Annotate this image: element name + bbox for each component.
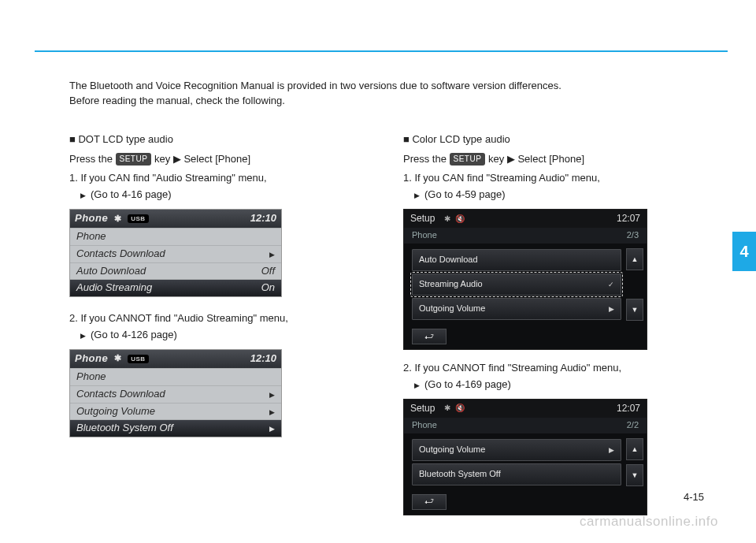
left-step2: 2. If you CANNOT find "Audio Streaming" … bbox=[69, 311, 350, 326]
right-step1: 1. If you CAN find "Streaming Audio" men… bbox=[403, 171, 684, 186]
section-name: Phone bbox=[412, 229, 437, 242]
right-press-line: Press the SETUP key ▶ Select [Phone] bbox=[403, 152, 684, 167]
bluetooth-icon: ✱ bbox=[444, 403, 450, 415]
clock: 12:07 bbox=[617, 402, 640, 415]
scroll-up-button[interactable]: ▲ bbox=[626, 438, 643, 460]
dot-lcd-title: Phone bbox=[75, 211, 108, 226]
left-goto1: (Go to 4-16 page) bbox=[69, 188, 350, 203]
section-side-label: Multimedia System bbox=[753, 192, 756, 276]
header-rule bbox=[35, 50, 728, 52]
left-heading: ■ DOT LCD type audio bbox=[69, 132, 350, 147]
mute-icon: 🔇 bbox=[455, 214, 465, 225]
menu-label: Bluetooth System Off bbox=[76, 421, 173, 436]
page-number: 4-15 bbox=[684, 490, 704, 505]
dot-lcd-1: Phone ✱ USB 12:10 Phone Contacts Downloa… bbox=[69, 209, 282, 297]
menu-row[interactable]: Auto DownloadOff bbox=[70, 262, 281, 280]
menu-row[interactable]: Contacts Download bbox=[70, 245, 281, 262]
menu-list: Outgoing Volume▶ Bluetooth System Off bbox=[404, 433, 626, 491]
submenu-arrow-icon bbox=[269, 404, 275, 419]
back-button[interactable]: ⮐ bbox=[412, 329, 447, 344]
back-button[interactable]: ⮐ bbox=[412, 494, 447, 510]
color-lcd-2: Setup ✱ 🔇 12:07 Phone 2/2 Outgoing Volum… bbox=[403, 399, 647, 515]
left-goto2: (Go to 4-126 page) bbox=[69, 328, 350, 343]
intro-text: The Bluetooth and Voice Recognition Manu… bbox=[69, 79, 684, 109]
menu-row-selected[interactable]: Audio StreamingOn bbox=[70, 279, 281, 296]
clock: 12:10 bbox=[250, 351, 276, 366]
submenu-arrow-icon: ▶ bbox=[609, 445, 614, 456]
press-prefix: Press the bbox=[69, 153, 116, 165]
press-prefix: Press the bbox=[403, 153, 450, 165]
submenu-arrow-icon bbox=[269, 387, 275, 402]
right-goto2: (Go to 4-169 page) bbox=[403, 377, 684, 392]
menu-label: Streaming Audio bbox=[419, 278, 483, 291]
menu-label: Auto Download bbox=[419, 254, 478, 266]
menu-label: Outgoing Volume bbox=[76, 404, 155, 419]
submenu-arrow-icon bbox=[269, 247, 275, 262]
color-lcd-header: Setup ✱ 🔇 12:07 bbox=[404, 210, 647, 228]
press-suffix: key ▶ Select [Phone] bbox=[151, 153, 250, 165]
color-lcd-section: Phone 2/3 bbox=[404, 228, 647, 244]
scroll-buttons: ▲ ▼ bbox=[626, 244, 647, 325]
dot-lcd-header: Phone ✱ USB 12:10 bbox=[70, 210, 281, 228]
menu-label: Outgoing Volume bbox=[419, 303, 485, 315]
menu-row[interactable]: Contacts Download bbox=[70, 385, 281, 403]
menu-row[interactable]: Phone bbox=[70, 228, 281, 245]
menu-label: Contacts Download bbox=[76, 387, 165, 402]
menu-label: Phone bbox=[76, 370, 106, 385]
watermark: carmanualsonline.info bbox=[580, 512, 718, 532]
bluetooth-icon: ✱ bbox=[114, 213, 121, 225]
bluetooth-icon: ✱ bbox=[114, 352, 121, 365]
usb-badge: USB bbox=[128, 355, 148, 364]
menu-row-selected[interactable]: Bluetooth System Off bbox=[70, 419, 281, 437]
scroll-down-button[interactable]: ▼ bbox=[626, 299, 643, 321]
press-suffix: key ▶ Select [Phone] bbox=[485, 153, 584, 165]
menu-label: Phone bbox=[76, 229, 106, 244]
dot-lcd-2: Phone ✱ USB 12:10 Phone Contacts Downloa… bbox=[69, 349, 282, 437]
scroll-up-button[interactable]: ▲ bbox=[626, 248, 643, 270]
setup-chip: SETUP bbox=[116, 153, 152, 166]
dot-lcd-title: Phone bbox=[75, 351, 108, 366]
intro-line1: The Bluetooth and Voice Recognition Manu… bbox=[69, 79, 684, 94]
color-lcd-header: Setup ✱ 🔇 12:07 bbox=[404, 400, 647, 418]
menu-row[interactable]: Phone bbox=[70, 368, 281, 385]
section-page: 2/2 bbox=[627, 419, 639, 432]
left-press-line: Press the SETUP key ▶ Select [Phone] bbox=[69, 152, 350, 167]
color-lcd-1: Setup ✱ 🔇 12:07 Phone 2/3 Auto Download … bbox=[403, 209, 647, 350]
right-goto1: (Go to 4-59 page) bbox=[403, 188, 684, 203]
menu-item[interactable]: Outgoing Volume▶ bbox=[412, 439, 621, 461]
clock: 12:07 bbox=[617, 212, 640, 225]
menu-row[interactable]: Outgoing Volume bbox=[70, 403, 281, 420]
left-step1: 1. If you CAN find "Audio Streaming" men… bbox=[69, 171, 350, 186]
scroll-down-button[interactable]: ▼ bbox=[626, 464, 643, 486]
menu-value: Off bbox=[261, 264, 275, 279]
left-column: ■ DOT LCD type audio Press the SETUP key… bbox=[69, 132, 350, 526]
bluetooth-icon: ✱ bbox=[444, 214, 450, 225]
menu-label: Outgoing Volume bbox=[419, 444, 485, 456]
menu-item[interactable]: Auto Download bbox=[412, 249, 621, 271]
color-lcd-title: Setup bbox=[410, 402, 435, 415]
menu-label: Audio Streaming bbox=[76, 281, 152, 296]
usb-badge: USB bbox=[128, 214, 148, 224]
right-heading: ■ Color LCD type audio bbox=[403, 132, 684, 147]
check-icon: ✓ bbox=[608, 280, 614, 290]
menu-value: On bbox=[261, 281, 275, 296]
menu-list: Auto Download Streaming Audio✓ Outgoing … bbox=[404, 244, 626, 325]
clock: 12:10 bbox=[250, 211, 276, 226]
scroll-buttons: ▲ ▼ bbox=[626, 433, 647, 491]
page-content: The Bluetooth and Voice Recognition Manu… bbox=[69, 79, 684, 526]
section-name: Phone bbox=[412, 419, 437, 432]
menu-label: Bluetooth System Off bbox=[419, 468, 501, 481]
menu-item[interactable]: Outgoing Volume▶ bbox=[412, 298, 621, 320]
section-page: 2/3 bbox=[627, 229, 639, 242]
menu-item[interactable]: Bluetooth System Off bbox=[412, 463, 621, 485]
color-lcd-title: Setup bbox=[410, 212, 435, 225]
mute-icon: 🔇 bbox=[455, 403, 465, 415]
submenu-arrow-icon: ▶ bbox=[609, 304, 614, 314]
intro-line2: Before reading the manual, check the fol… bbox=[69, 94, 684, 109]
menu-label: Auto Download bbox=[76, 264, 146, 279]
menu-item-selected[interactable]: Streaming Audio✓ bbox=[412, 273, 621, 296]
menu-label: Contacts Download bbox=[76, 247, 165, 262]
submenu-arrow-icon bbox=[269, 421, 275, 436]
setup-chip: SETUP bbox=[450, 153, 486, 166]
dot-lcd-header: Phone ✱ USB 12:10 bbox=[70, 350, 281, 368]
